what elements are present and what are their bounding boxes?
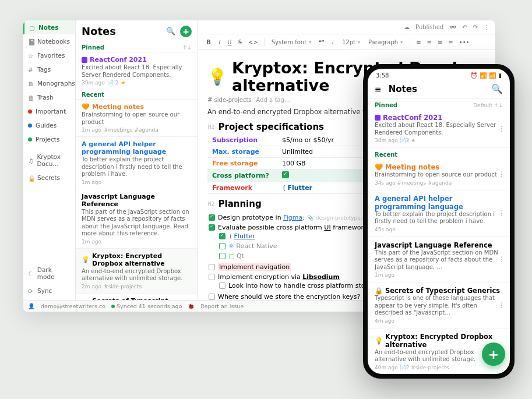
checkbox-icon[interactable]: [219, 253, 226, 259]
align-right-button[interactable]: ≡: [435, 38, 445, 47]
sidebar-label: Dark mode: [37, 266, 71, 280]
checkbox-icon[interactable]: [209, 214, 215, 221]
search-icon[interactable]: 🔍: [491, 83, 503, 94]
underline-button[interactable]: U: [225, 38, 234, 47]
sidebar-item-important[interactable]: Important: [23, 104, 75, 118]
checkbox-icon[interactable]: [209, 224, 215, 231]
heading-marker: H2: [207, 124, 215, 130]
more-icon[interactable]: ⋮: [498, 255, 505, 263]
notes-icon: ▢: [29, 24, 35, 30]
note-item[interactable]: A general API helper programming languag…: [76, 136, 198, 189]
search-icon[interactable]: 🔍: [166, 27, 175, 36]
more-icon[interactable]: ⋮: [498, 301, 505, 309]
note-item[interactable]: ReactConf 2021 Excited about React 18. E…: [76, 52, 198, 89]
sidebar-label: Monographs: [37, 80, 75, 87]
published-status[interactable]: Published: [415, 24, 443, 30]
note-meta: 34s ago #meetings #agenda: [375, 180, 452, 186]
sidebar-item-notes[interactable]: ▢Notes: [23, 20, 75, 34]
phone-note-item[interactable]: ReactConf 2021 Excited about React 18. E…: [368, 110, 510, 148]
more-icon[interactable]: ⋮: [498, 125, 505, 133]
toolbar-more-button[interactable]: •••: [457, 38, 472, 47]
note-title: ReactConf 2021: [90, 56, 147, 63]
sidebar: ▢Notes 📓Notebooks ☆Favorites #Tags 🗎Mono…: [23, 20, 76, 312]
sidebar-item-trash[interactable]: 🗑Trash: [23, 90, 75, 104]
redo-icon[interactable]: ↷: [473, 24, 478, 30]
sidebar-item-kryptox[interactable]: ♫Kryptox Docu…: [23, 150, 75, 171]
phone-note-item[interactable]: 🧡Meeting notes Brainstorming to open sou…: [368, 159, 510, 190]
attachment-icon: 📎: [307, 215, 313, 221]
note-title: Meeting notes: [92, 103, 144, 111]
size-select[interactable]: 12pt▾: [339, 38, 364, 47]
code-button[interactable]: <>: [246, 38, 260, 47]
phone-sort-button[interactable]: Default ↑↓: [473, 103, 503, 108]
add-tag-input[interactable]: Add a tag…: [256, 97, 290, 103]
checkbox-icon[interactable]: [219, 283, 226, 289]
task-text: Where should we store the encryption key…: [218, 293, 360, 301]
sidebar-item-darkmode[interactable]: ☾Dark mode: [23, 263, 75, 284]
note-list-panel: Notes 🔍 + Pinned↑↓ ReactConf 2021 Excite…: [76, 20, 198, 312]
note-title: Meeting notes: [385, 163, 439, 171]
add-note-button[interactable]: +: [180, 26, 192, 37]
phone-note-item[interactable]: 🔒Secrets of Typescript Generics Typescri…: [368, 283, 510, 329]
strike-button[interactable]: S: [235, 38, 245, 47]
phone-time: 3:58: [376, 72, 389, 79]
more-icon[interactable]: ⋮: [498, 209, 505, 217]
sidebar-item-notebooks[interactable]: 📓Notebooks: [23, 34, 75, 48]
more-icon[interactable]: ⋮: [484, 24, 489, 30]
note-meta: 34m ago 📄2 ★: [375, 137, 415, 143]
bold-button[interactable]: B: [204, 38, 213, 47]
heart-icon: 🧡: [82, 103, 90, 111]
note-title: A general API helper programming languag…: [82, 140, 192, 156]
task-text: Look into how to handle cross platform s…: [228, 282, 380, 289]
font-label: System font: [272, 39, 306, 45]
note-item[interactable]: Javascript Language Reference This part …: [76, 189, 198, 248]
task-text: Libsodium: [302, 273, 340, 281]
quote-button[interactable]: ❝❞: [316, 38, 327, 47]
phone-note-item[interactable]: A general API helper programming languag…: [368, 190, 510, 237]
undo-icon[interactable]: ↶: [462, 24, 467, 30]
sort-button[interactable]: ↑↓: [182, 44, 192, 51]
notebook-icon: 📓: [28, 38, 34, 44]
footer-report-link[interactable]: Report an issue: [200, 303, 244, 309]
footer-email[interactable]: demo@streetwriters.co: [41, 303, 105, 309]
italic-button[interactable]: I: [214, 38, 224, 47]
checkbox-icon[interactable]: [219, 233, 226, 239]
checkbox-icon[interactable]: [209, 294, 215, 300]
more-icon[interactable]: ⋮: [498, 170, 505, 178]
sidebar-item-favorites[interactable]: ☆Favorites: [23, 48, 75, 62]
checkbox-icon[interactable]: [219, 243, 226, 249]
sidebar-item-monographs[interactable]: 🗎Monographs: [23, 76, 75, 90]
align-center-button[interactable]: ≣: [425, 38, 434, 47]
checkbox-icon[interactable]: [209, 274, 215, 280]
note-tags: #meetings #agenda: [104, 127, 158, 133]
sidebar-item-sync[interactable]: ⟳Sync: [23, 284, 75, 298]
font-select[interactable]: System font▾: [268, 38, 315, 47]
note-title: Javascript Language Reference: [82, 193, 192, 208]
subscript-button[interactable]: ₓ: [328, 38, 337, 47]
note-meta: 4m ago: [375, 318, 394, 324]
sidebar-item-tags[interactable]: #Tags: [23, 62, 75, 76]
note-desc: An end-to-end encrypted Dropbox alternat…: [82, 268, 192, 283]
phone-note-item[interactable]: Javascript Language Reference This part …: [368, 237, 510, 283]
figma-link[interactable]: Figma: [283, 214, 302, 221]
task-text: :: [302, 214, 305, 221]
fab-add-button[interactable]: +: [482, 342, 505, 366]
note-item-selected[interactable]: 💡Kryptox: Encrypted Dropbox alternative …: [76, 248, 198, 293]
checkbox-icon[interactable]: [209, 264, 215, 270]
align-left-button[interactable]: ≡: [414, 38, 423, 47]
bulb-icon: 💡: [82, 256, 90, 263]
note-title: A general API helper programming languag…: [375, 195, 503, 211]
sidebar-item-projects[interactable]: Projects: [23, 132, 75, 146]
align-justify-button[interactable]: ≣: [446, 38, 455, 47]
sync-status-dot: [111, 305, 115, 308]
note-item[interactable]: 🧡Meeting notes Brainstorming to open sou…: [76, 99, 198, 136]
paragraph-select[interactable]: Paragraph▾: [365, 38, 406, 47]
hamburger-icon[interactable]: ≡: [375, 84, 382, 94]
note-count: 📄 2: [107, 80, 119, 86]
flutter-link[interactable]: Flutter: [234, 232, 255, 240]
glasses-icon[interactable]: 👓: [449, 24, 456, 30]
tag-chip[interactable]: # side-projects: [207, 97, 252, 103]
sidebar-item-guides[interactable]: Guides: [23, 118, 75, 132]
music-note-icon: ♫: [28, 157, 33, 163]
sidebar-item-secrets[interactable]: 🔒Secrets: [23, 171, 75, 185]
